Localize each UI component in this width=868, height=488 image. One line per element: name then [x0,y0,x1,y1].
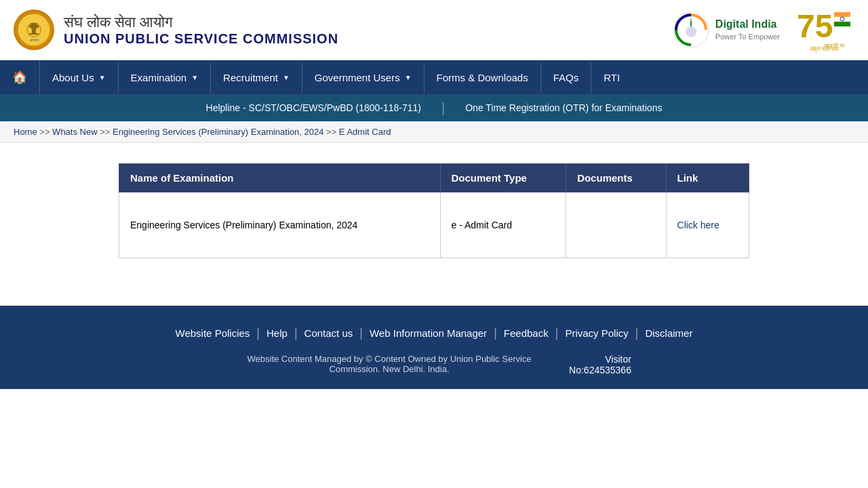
nav-item-about-us[interactable]: About Us ▼ [40,62,119,93]
footer-divider-6: | [635,326,639,340]
table-body: Engineering Services (Preliminary) Exami… [119,192,749,258]
footer-links: Website Policies | Help | Contact us | W… [14,326,854,340]
org-text: संघ लोक सेवा आयोग UNION PUBLIC SERVICE C… [64,14,338,47]
svg-point-10 [686,26,696,37]
breadcrumb-home[interactable]: Home [14,127,37,137]
nav-sec-otr[interactable]: One Time Registration (OTR) for Examinat… [445,94,682,121]
home-icon: 🏠 [12,70,27,84]
primary-nav: 🏠 About Us ▼ Examination ▼ Recruitment ▼… [0,60,868,94]
nav-item-forms-downloads[interactable]: Forms & Downloads [425,62,541,93]
footer-copyright: Website Content Managed by © Content Own… [237,354,542,374]
nav-item-recruitment[interactable]: Recruitment ▼ [211,62,302,93]
footer-link-website-policies[interactable]: Website Policies [176,327,250,339]
footer-visitor: Visitor No:624535366 [569,354,631,375]
header: सत्यमेव संघ लोक सेवा आयोग UNION PUBLIC S… [0,0,868,60]
chevron-down-icon: ▼ [99,74,106,81]
footer-link-contact[interactable]: Contact us [304,327,353,339]
col-header-link: Link [666,164,749,192]
visitor-number: No:624535366 [569,365,631,375]
nav-item-faqs[interactable]: FAQs [541,62,592,93]
footer-divider-4: | [494,326,497,340]
chevron-down-icon: ▼ [283,74,290,81]
table-row: Engineering Services (Preliminary) Exami… [119,192,749,258]
nav-sec-helpline[interactable]: Helpline - SC/ST/OBC/EWS/PwBD (1800-118-… [186,94,441,121]
footer-divider-1: | [256,326,260,340]
footer-link-privacy[interactable]: Privacy Policy [565,327,628,339]
breadcrumb-whats-new[interactable]: Whats New [52,127,97,137]
nav-item-government-users[interactable]: Government Users ▼ [302,62,425,93]
click-here-link[interactable]: Click here [677,220,719,230]
svg-rect-4 [31,28,37,29]
digital-india-logo: i Digital India Power To Empower [673,12,780,49]
svg-rect-6 [29,33,39,35]
svg-text:75: 75 [797,8,833,44]
svg-rect-3 [29,25,39,28]
footer-link-feedback[interactable]: Feedback [504,327,549,339]
home-nav-item[interactable]: 🏠 [0,60,40,94]
svg-rect-2 [31,23,37,25]
col-header-documents: Documents [566,164,666,192]
header-right: i Digital India Power To Empower 75 आज़ा… [673,7,854,53]
footer-divider-3: | [359,326,363,340]
svg-rect-14 [834,22,850,26]
footer-divider-2: | [294,326,298,340]
cell-link[interactable]: Click here [666,192,749,258]
footer-link-disclaimer[interactable]: Disclaimer [645,327,692,339]
main-content: Name of Examination Document Type Docume… [0,143,868,279]
breadcrumb-sep-2: >> [100,127,113,137]
visitor-label: Visitor [569,354,631,365]
nav-item-examination[interactable]: Examination ▼ [119,62,211,93]
breadcrumb-admit-card[interactable]: E Admit Card [339,127,391,137]
digital-india-icon: i [673,12,710,49]
chevron-down-icon: ▼ [405,74,412,81]
footer: Website Policies | Help | Contact us | W… [0,306,868,389]
exam-table: Name of Examination Document Type Docume… [119,163,749,258]
emblem-icon: सत्यमेव [14,9,54,50]
breadcrumb-exam[interactable]: Engineering Services (Preliminary) Exami… [113,127,323,137]
breadcrumb: Home >> Whats New >> Engineering Service… [0,121,868,143]
cell-exam-name: Engineering Services (Preliminary) Exami… [119,192,441,258]
header-left: सत्यमेव संघ लोक सेवा आयोग UNION PUBLIC S… [14,9,338,50]
azadi-icon: 75 आज़ादी का [793,7,854,51]
org-english: UNION PUBLIC SERVICE COMMISSION [64,31,338,47]
nav-item-rti[interactable]: RTI [591,62,632,93]
azadi-logo: 75 आज़ादी का अमृत महोत्सव [793,7,854,53]
svg-text:सत्यमेव: सत्यमेव [29,38,39,42]
org-hindi: संघ लोक सेवा आयोग [64,14,338,31]
cell-documents [566,192,666,258]
footer-bottom: Website Content Managed by © Content Own… [14,354,854,375]
breadcrumb-sep-1: >> [39,127,52,137]
chevron-down-icon: ▼ [191,74,198,81]
table-header: Name of Examination Document Type Docume… [119,164,749,192]
svg-rect-12 [834,12,850,17]
cell-doc-type: e - Admit Card [440,192,566,258]
col-header-exam-name: Name of Examination [119,164,441,192]
footer-link-help[interactable]: Help [267,327,288,339]
col-header-doc-type: Document Type [440,164,566,192]
secondary-nav: Helpline - SC/ST/OBC/EWS/PwBD (1800-118-… [0,94,868,121]
footer-divider-5: | [555,326,559,340]
breadcrumb-sep-3: >> [326,127,339,137]
footer-link-web-info-manager[interactable]: Web Information Manager [370,327,487,339]
